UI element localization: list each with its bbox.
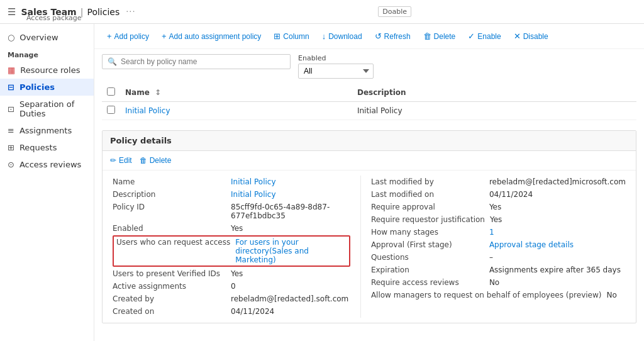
detail-require-access-reviews: Require access reviews No (371, 276, 626, 289)
policies-icon: ⊟ (8, 82, 14, 92)
enabled-filter: Enabled All Yes No (298, 54, 374, 79)
row-checkbox[interactable] (107, 106, 115, 114)
doable-badge: Doable (378, 6, 411, 17)
edit-button[interactable]: ✏ Edit (110, 156, 132, 165)
detail-verified-ids: Users to present Verified IDs Yes (113, 267, 350, 280)
download-icon: ↓ (322, 31, 326, 41)
sidebar-item-separation[interactable]: ⊡ Separation of Duties (0, 96, 94, 122)
enabled-filter-label: Enabled (298, 54, 374, 62)
detail-require-justification: Require requestor justification Yes (371, 213, 626, 226)
delete-icon: 🗑 (423, 31, 431, 41)
detail-questions: Questions – (371, 251, 626, 264)
detail-allow-managers: Allow managers to request on behalf of e… (371, 289, 626, 301)
policies-table: Name ↕ Description Initial Policy Initia… (102, 84, 636, 120)
sidebar-item-overview[interactable]: ○ Overview (0, 29, 94, 46)
sidebar-item-access-reviews[interactable]: ⊙ Access reviews (0, 156, 94, 173)
policy-details-header: Policy details (103, 131, 636, 151)
enable-icon: ✓ (468, 31, 475, 41)
enabled-select[interactable]: All Yes No (298, 64, 374, 79)
separation-icon: ⊡ (8, 104, 14, 114)
details-right-col: Last modified by rebeladm@[redacted]micr… (360, 176, 636, 318)
detail-require-approval: Require approval Yes (371, 201, 626, 213)
page-title: Policies (87, 7, 119, 17)
detail-last-modified-on: Last modified on 04/11/2024 (371, 188, 626, 201)
access-reviews-icon: ⊙ (8, 160, 14, 169)
overview-icon: ○ (8, 33, 14, 42)
add-policy-icon: + (107, 31, 112, 41)
detail-name: Name Initial Policy (113, 176, 350, 188)
delete-button[interactable]: 🗑 Delete (418, 29, 461, 43)
assignments-icon: ≡ (8, 126, 14, 135)
add-auto-icon: + (162, 31, 167, 41)
download-button[interactable]: ↓ Download (317, 29, 367, 43)
column-icon: ⊞ (274, 31, 280, 41)
policy-name-cell[interactable]: Initial Policy (120, 102, 352, 120)
resource-roles-icon: ▦ (8, 65, 15, 75)
detail-last-modified-by: Last modified by rebeladm@[redacted]micr… (371, 176, 626, 188)
detail-policy-id: Policy ID 85cff9fd-0c65-4a89-8d87-677ef1… (113, 201, 350, 222)
disable-icon: ✕ (514, 31, 521, 41)
sidebar-item-policies[interactable]: ⊟ Policies (0, 79, 94, 96)
requests-icon: ⊞ (8, 143, 14, 152)
refresh-icon: ↺ (375, 31, 382, 41)
policy-details-panel: Policy details ✏ Edit 🗑 Delete Name Init… (102, 130, 636, 323)
add-auto-assignment-button[interactable]: + Add auto assignment policy (157, 29, 266, 43)
sidebar-item-resource-roles[interactable]: ▦ Resource roles (0, 62, 94, 79)
refresh-button[interactable]: ↺ Refresh (370, 29, 416, 43)
column-button[interactable]: ⊞ Column (269, 29, 314, 43)
sort-icon: ↕ (155, 88, 161, 97)
detail-created-by: Created by rebeladm@[redacted].soft.com (113, 293, 350, 305)
detail-delete-icon: 🗑 (140, 156, 147, 165)
edit-icon: ✏ (110, 156, 116, 165)
detail-description: Description Initial Policy (113, 188, 350, 201)
detail-delete-button[interactable]: 🗑 Delete (140, 156, 172, 165)
add-policy-button[interactable]: + Add policy (102, 29, 154, 43)
table-row: Initial Policy Initial Policy (102, 102, 636, 120)
name-column-header[interactable]: Name ↕ (120, 84, 352, 102)
more-options-icon[interactable]: ··· (126, 7, 135, 16)
manage-label: Manage (0, 46, 94, 62)
search-box: 🔍 (102, 54, 291, 69)
sidebar-item-requests[interactable]: ⊞ Requests (0, 139, 94, 156)
detail-active-assignments: Active assignments 0 (113, 280, 350, 293)
detail-expiration: Expiration Assignments expire after 365 … (371, 264, 626, 276)
policy-description-cell: Initial Policy (352, 102, 636, 120)
toolbar: + Add policy + Add auto assignment polic… (94, 24, 644, 49)
disable-button[interactable]: ✕ Disable (509, 29, 553, 43)
menu-icon[interactable]: ☰ (8, 6, 16, 18)
enable-button[interactable]: ✓ Enable (463, 29, 506, 43)
select-all-checkbox[interactable] (107, 87, 115, 96)
sidebar-item-assignments[interactable]: ≡ Assignments (0, 122, 94, 139)
detail-how-many-stages: How many stages 1 (371, 226, 626, 238)
breadcrumb: Access package (26, 14, 82, 22)
description-column-header: Description (352, 84, 636, 102)
details-left-col: Name Initial Policy Description Initial … (103, 176, 360, 318)
search-input[interactable] (121, 57, 285, 66)
detail-users-request-access: Users who can request access For users i… (113, 235, 350, 267)
search-icon: 🔍 (108, 57, 117, 66)
detail-created-on: Created on 04/11/2024 (113, 305, 350, 318)
detail-approval-first-stage: Approval (First stage) Approval stage de… (371, 238, 626, 251)
detail-enabled: Enabled Yes (113, 222, 350, 235)
